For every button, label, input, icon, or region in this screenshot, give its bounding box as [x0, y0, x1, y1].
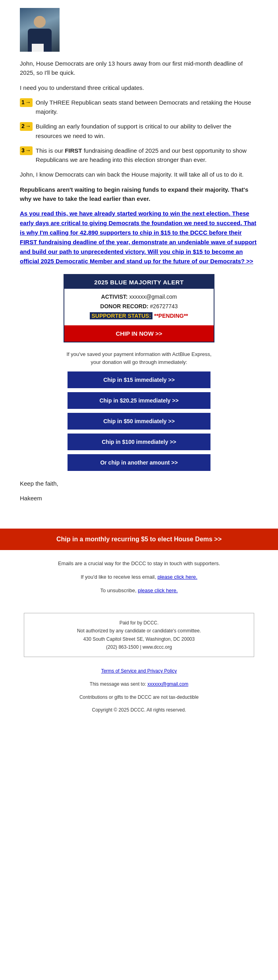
numbered-item-1: 1 Only THREE Republican seats stand betw… — [20, 98, 258, 117]
republicans-bold-para: Republicans aren't waiting to begin rais… — [20, 185, 258, 204]
paid-line2: Not authorized by any candidate or candi… — [32, 627, 246, 635]
alert-box: 2025 BLUE MAJORITY ALERT ACTIVIST: xxxxx… — [64, 274, 214, 342]
updates-para: I need you to understand three critical … — [20, 83, 258, 92]
call-to-action-link[interactable]: As you read this, we have already starte… — [20, 209, 258, 266]
status-label: SUPPORTER STATUS: — [90, 312, 153, 319]
status-value: **PENDING** — [154, 313, 188, 319]
donate-other-button[interactable]: Or chip in another amount >> — [68, 454, 210, 471]
activist-row: ACTIVIST: xxxxxx@gmail.com — [71, 294, 207, 300]
paid-line1: Paid for by DCCC. — [32, 619, 246, 627]
numbered-item-2: 2 Building an early foundation of suppor… — [20, 122, 258, 140]
paid-line4: (202) 863-1500 | www.dccc.org — [32, 643, 246, 651]
num-badge-2: 2 — [20, 122, 33, 131]
item2-text: Building an early foundation of support … — [36, 122, 258, 140]
item3-bold: FIRST — [65, 147, 82, 154]
intro-para: John, House Democrats are only 13 hours … — [20, 59, 258, 78]
donor-value: #26727743 — [150, 303, 178, 309]
num-badge-3: 3 — [20, 146, 33, 155]
donor-row: DONOR RECORD: #26727743 — [71, 303, 207, 309]
sign-off: Keep the faith, Hakeem — [20, 479, 258, 503]
unsub-link[interactable]: please click here. — [138, 587, 178, 593]
sent-to-line: This message was sent to: xxxxxx@gmail.c… — [16, 681, 262, 688]
footer-top: Emails are a crucial way for the DCCC to… — [0, 550, 278, 607]
activist-value: xxxxxx@gmail.com — [129, 294, 177, 300]
footer-less-email: If you'd like to receive less email, ple… — [16, 573, 262, 581]
sign-off-line2: Hakeem — [20, 494, 258, 503]
recurring-button[interactable]: Chip in a monthly recurring $5 to elect … — [56, 536, 222, 542]
house-majority-para: John, I know Democrats can win back the … — [20, 170, 258, 179]
num-badge-1: 1 — [20, 98, 33, 107]
sent-email-link[interactable]: xxxxxx@gmail.com — [147, 681, 188, 687]
donate-50-button[interactable]: Chip in $50 immediately >> — [68, 413, 210, 430]
footer-links-section: Terms of Service and Privacy Policy This… — [0, 663, 278, 721]
copyright-line: Copyright © 2025 DCCC. All rights reserv… — [16, 706, 262, 714]
footer-unsub: To unsubscribe, please click here. — [16, 587, 262, 595]
status-row: SUPPORTER STATUS: **PENDING** — [71, 313, 207, 319]
instant-note: If you've saved your payment information… — [20, 350, 258, 366]
recurring-bar[interactable]: Chip in a monthly recurring $5 to elect … — [0, 529, 278, 550]
donate-15-button[interactable]: Chip in $15 immediately >> — [68, 371, 210, 388]
footer-emails-line: Emails are a crucial way for the DCCC to… — [16, 560, 262, 568]
avatar — [20, 8, 60, 52]
less-email-link[interactable]: please click here. — [157, 574, 197, 580]
footer-paid-box: Paid for by DCCC. Not authorized by any … — [24, 613, 254, 657]
paid-line3: 430 South Capitol Street SE, Washington,… — [32, 635, 246, 643]
donor-label: DONOR RECORD: — [100, 303, 148, 309]
alert-content: ACTIVIST: xxxxxx@gmail.com DONOR RECORD:… — [64, 289, 214, 325]
item1-text: Only THREE Republican seats stand betwee… — [36, 98, 258, 117]
sign-off-line1: Keep the faith, — [20, 479, 258, 488]
chip-now-button[interactable]: CHIP IN NOW >> — [64, 325, 214, 342]
item3-text: This is our FIRST fundraising deadline o… — [36, 146, 258, 165]
not-deductible-line: Contributions or gifts to the DCCC are n… — [16, 694, 262, 701]
tos-link[interactable]: Terms of Service and Privacy Policy — [101, 668, 177, 674]
instant-donate-section: If you've saved your payment information… — [20, 350, 258, 471]
activist-label: ACTIVIST: — [101, 294, 128, 300]
alert-title: 2025 BLUE MAJORITY ALERT — [64, 275, 214, 289]
donate-2025-button[interactable]: Chip in $20.25 immediately >> — [68, 392, 210, 409]
numbered-item-3: 3 This is our FIRST fundraising deadline… — [20, 146, 258, 165]
donate-100-button[interactable]: Chip in $100 immediately >> — [68, 434, 210, 450]
